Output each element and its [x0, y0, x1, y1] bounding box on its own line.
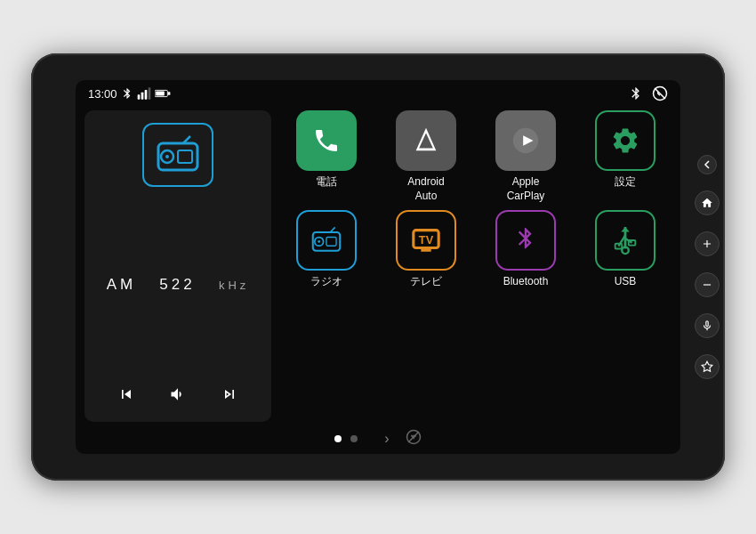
- radio-icon-container: [142, 123, 213, 187]
- app-settings[interactable]: 設定: [579, 110, 672, 203]
- app-apple[interactable]: Apple CarPlay: [479, 110, 572, 203]
- tel-icon: [296, 110, 357, 171]
- apple-icon: [495, 110, 556, 171]
- app-panel: 電話 Android Auto: [280, 110, 672, 422]
- freq-label: AM 522 kHz: [107, 276, 250, 294]
- app-android[interactable]: Android Auto: [380, 110, 472, 203]
- app-grid-row1: 電話 Android Auto: [280, 110, 672, 203]
- status-bar: 13:00: [76, 80, 680, 105]
- svg-rect-2: [144, 90, 147, 100]
- usb-label: USB: [615, 275, 637, 289]
- battery-icon: [155, 88, 171, 99]
- hw-star-button[interactable]: [695, 354, 720, 379]
- app-usb[interactable]: USB: [579, 210, 672, 289]
- svg-rect-5: [156, 92, 165, 96]
- bluetooth-label: Bluetooth: [503, 275, 549, 289]
- svg-rect-6: [168, 92, 170, 95]
- tv-label: テレビ: [410, 275, 442, 289]
- mute-icon: [652, 85, 668, 101]
- svg-rect-1: [141, 93, 143, 100]
- radio-label: ラジオ: [310, 275, 342, 289]
- settings-label: 設定: [615, 175, 636, 190]
- time-display: 13:00: [88, 87, 117, 101]
- svg-rect-0: [137, 94, 140, 99]
- svg-line-8: [655, 88, 665, 99]
- radio-icon: [296, 210, 357, 271]
- signal-icon: [137, 87, 151, 100]
- hw-home-button[interactable]: [695, 190, 720, 215]
- svg-rect-12: [178, 150, 192, 163]
- next-button[interactable]: [215, 382, 244, 411]
- svg-rect-19: [326, 238, 336, 247]
- page-dot-2[interactable]: [350, 435, 358, 442]
- bluetooth-right-icon: [629, 86, 643, 101]
- main-screen: 13:00: [76, 80, 680, 454]
- bluetooth-status-icon: [121, 87, 133, 100]
- app-radio[interactable]: ラジオ: [280, 210, 373, 289]
- now-playing-panel: AM 522 kHz: [84, 110, 271, 422]
- frequency-display: AM 522 kHz: [107, 276, 250, 294]
- nav-next-chevron[interactable]: ›: [384, 431, 389, 447]
- tel-label: 電話: [316, 175, 337, 190]
- main-content: AM 522 kHz: [76, 105, 680, 425]
- android-label: Android Auto: [407, 175, 444, 203]
- svg-point-11: [165, 155, 169, 158]
- svg-marker-25: [621, 227, 629, 232]
- hw-back-button[interactable]: [697, 155, 717, 174]
- usb-icon: [595, 210, 655, 271]
- hw-minus-button[interactable]: [695, 272, 720, 297]
- bottom-nav: ›: [76, 425, 680, 454]
- status-right: [629, 85, 668, 101]
- svg-marker-34: [702, 361, 712, 371]
- no-music-icon: [406, 429, 422, 449]
- side-buttons: [695, 155, 720, 379]
- app-tel[interactable]: 電話: [280, 110, 373, 203]
- hw-plus-button[interactable]: [695, 231, 720, 256]
- svg-point-30: [622, 247, 629, 255]
- settings-icon: [595, 110, 655, 171]
- volume-button[interactable]: [164, 382, 192, 411]
- app-bluetooth[interactable]: Bluetooth: [479, 210, 572, 289]
- svg-text:TV: TV: [419, 233, 434, 247]
- status-left: 13:00: [88, 87, 171, 101]
- apple-label: Apple CarPlay: [507, 175, 545, 203]
- svg-rect-3: [148, 87, 150, 99]
- android-icon: [396, 110, 456, 171]
- tv-icon: TV: [396, 210, 456, 271]
- playback-controls: [93, 382, 262, 411]
- app-grid-row2: ラジオ TV テレビ: [280, 210, 672, 289]
- svg-point-18: [318, 240, 320, 243]
- page-dot-1[interactable]: [334, 435, 342, 442]
- car-unit: 13:00: [31, 53, 725, 481]
- prev-button[interactable]: [112, 382, 141, 411]
- bluetooth-app-icon: [495, 210, 556, 271]
- hw-mic-button[interactable]: [695, 313, 720, 338]
- radio-display-icon: [155, 134, 201, 175]
- app-tv[interactable]: TV テレビ: [380, 210, 472, 289]
